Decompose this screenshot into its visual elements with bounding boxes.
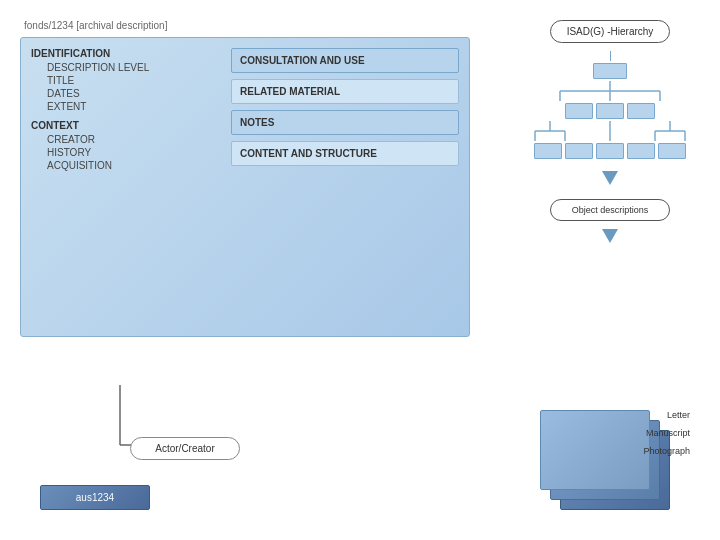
tree-node-3c: [596, 143, 624, 159]
tree-node-3a: [534, 143, 562, 159]
right-column: CONSULTATION AND USE RELATED MATERIAL NO…: [231, 48, 459, 173]
diagram-area: fonds/1234 [archival description] IDENTI…: [20, 20, 480, 520]
tree-line-1: [610, 51, 611, 61]
identification-header: IDENTIFICATION: [31, 48, 221, 59]
tree-node-3b: [565, 143, 593, 159]
actor-creator-box: Actor/Creator: [130, 437, 240, 460]
hierarchy-area: ISAD(G) -Hierarchy: [510, 20, 710, 247]
tree-branch-2-svg: [530, 121, 690, 141]
content-structure-box: CONTENT AND STRUCTURE: [231, 141, 459, 166]
isad-box: ISAD(G) -Hierarchy: [550, 20, 670, 43]
tree-container: [510, 51, 710, 189]
creator-item: CREATOR: [31, 134, 221, 145]
context-header: CONTEXT: [31, 120, 221, 131]
left-column: IDENTIFICATION DESCRIPTION LEVEL TITLE D…: [31, 48, 221, 173]
title-item: TITLE: [31, 75, 221, 86]
tree-row-3: [534, 143, 686, 159]
arrow-to-docs: [510, 225, 710, 247]
doc-labels: Letter Manuscript Photograph: [635, 410, 690, 456]
aus-box: aus1234: [40, 485, 150, 510]
doc-label-manuscript: Manuscript: [635, 428, 690, 438]
acquisition-item: ACQUISITION: [31, 160, 221, 171]
doc-stack: Letter Manuscript Photograph: [530, 410, 690, 520]
down-arrow: [602, 171, 618, 185]
tree-node-2c: [627, 103, 655, 119]
main-archival-box: IDENTIFICATION DESCRIPTION LEVEL TITLE D…: [20, 37, 470, 337]
doc-label-letter: Letter: [635, 410, 690, 420]
history-item: HISTORY: [31, 147, 221, 158]
down-arrow-2: [602, 229, 618, 243]
tree-node-3d: [627, 143, 655, 159]
top-label: fonds/1234 [archival description]: [20, 20, 480, 31]
dates-item: DATES: [31, 88, 221, 99]
context-section: CONTEXT CREATOR HISTORY ACQUISITION: [31, 120, 221, 171]
related-material-box: RELATED MATERIAL: [231, 79, 459, 104]
consultation-use-box: CONSULTATION AND USE: [231, 48, 459, 73]
tree-row-1: [593, 63, 627, 79]
big-arrow-wrapper: [602, 167, 618, 189]
obj-desc-box: Object descriptions: [550, 199, 670, 221]
doc-label-photograph: Photograph: [635, 446, 690, 456]
notes-box: NOTES: [231, 110, 459, 135]
tree-node-2b: [596, 103, 624, 119]
doc-sheet-front: [540, 410, 650, 490]
doc-area: Letter Manuscript Photograph: [510, 410, 710, 520]
desc-level-item: DESCRIPTION LEVEL: [31, 62, 221, 73]
tree-node-2a: [565, 103, 593, 119]
tree-node-top: [593, 63, 627, 79]
tree-row-2: [565, 103, 655, 119]
tree-node-3e: [658, 143, 686, 159]
tree-branch-svg: [540, 81, 680, 101]
extent-item: EXTENT: [31, 101, 221, 112]
